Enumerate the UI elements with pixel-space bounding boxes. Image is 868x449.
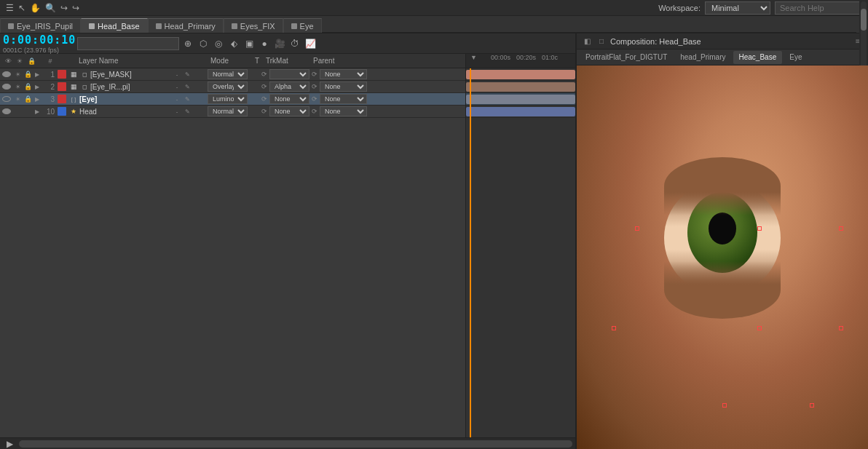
layer-vis-2[interactable] xyxy=(1,82,12,92)
layer-expand-2[interactable]: ▶ xyxy=(33,82,42,91)
workspace-select[interactable]: Minimal xyxy=(705,1,770,15)
timeline-tracks xyxy=(466,68,575,437)
layer-eye-3[interactable] xyxy=(2,96,11,102)
layer-solo-4[interactable] xyxy=(12,106,23,116)
composition-label: Composition: Head_Base xyxy=(610,37,701,46)
track-bar-4 xyxy=(466,106,575,118)
layer-keys-3: - xyxy=(173,95,181,103)
cycle-icon-1[interactable]: ⟳ xyxy=(259,69,269,79)
layers-panel: 👁 ☀ 🔒 # Layer Name Mode T TrkMat Parent xyxy=(0,54,575,437)
tab-dot xyxy=(291,23,297,29)
layer-vis-4[interactable] xyxy=(1,106,12,116)
cycle-icon-3[interactable]: ⟳ xyxy=(259,94,269,104)
layer-expand-4[interactable]: ▶ xyxy=(33,107,42,116)
tab-eye-iris-pupil[interactable]: Eye_IRIS_Pupil xyxy=(0,18,81,33)
search-input[interactable] xyxy=(775,1,862,15)
layer-eye-4[interactable] xyxy=(2,108,11,114)
right-panel: ◧ □ Composition: Head_Base ≡ PortraitFla… xyxy=(575,33,868,449)
mode-col-header: Mode xyxy=(208,57,251,65)
layer-vis-3[interactable] xyxy=(1,94,12,104)
parent-select-4[interactable]: None xyxy=(320,106,367,116)
pupil xyxy=(709,212,736,245)
parent-select-2[interactable]: None xyxy=(320,82,367,92)
layer-row-2[interactable]: ☀ 🔒 ▶ 2 ▦ ◻ [Eye_IR...pi] - ✎ xyxy=(0,81,465,93)
cycle-icon-3b[interactable]: ⟳ xyxy=(309,94,320,104)
mask-icon[interactable]: ⬖ xyxy=(227,37,240,50)
parent-select-3[interactable]: None xyxy=(320,94,367,104)
layer-eye-1[interactable] xyxy=(2,71,11,77)
viewport xyxy=(577,65,868,449)
camera-icon[interactable]: 🎥 xyxy=(273,37,286,50)
tab-eyes-fix[interactable]: Eyes_FIX xyxy=(224,18,283,33)
cycle-icon-1b[interactable]: ⟳ xyxy=(309,69,320,79)
shape-icon[interactable]: ▣ xyxy=(242,37,256,50)
menu-icon[interactable]: ☰ xyxy=(6,3,14,13)
h-scrollbar[interactable] xyxy=(19,440,572,448)
layer-solo-2[interactable]: ☀ xyxy=(12,82,23,92)
cycle-icon-4b[interactable]: ⟳ xyxy=(309,106,320,116)
add-marker-icon[interactable]: ⊕ xyxy=(181,37,194,50)
layer-row-4[interactable]: ▶ 10 ★ Head - ✎ Normal xyxy=(0,106,465,118)
graph-icon[interactable]: 📈 xyxy=(304,37,317,50)
panel-icon2[interactable]: □ xyxy=(596,36,607,47)
timeline-search[interactable] xyxy=(77,37,179,50)
solo-icon[interactable]: ◎ xyxy=(212,37,225,50)
layer-row-3[interactable]: ☀ 🔒 ▶ 3 [ ] [Eye] - ✎ Normal xyxy=(0,93,465,106)
layer-lock-3[interactable]: 🔒 xyxy=(23,95,32,103)
layer-lock-1[interactable]: 🔒 xyxy=(23,70,32,79)
layer-lock-2[interactable]: 🔒 xyxy=(23,82,32,91)
redo-icon: ↪ xyxy=(72,3,79,13)
trkmat-col-header: TrkMat xyxy=(263,57,310,65)
layer-expand-1[interactable]: ▶ xyxy=(33,70,42,79)
panel-tab-portrait[interactable]: PortraitFlat_For_DIGTUT xyxy=(580,51,673,64)
layer-name-4[interactable]: Head xyxy=(79,108,170,116)
panel-tab-heac-base[interactable]: Heac_Base xyxy=(733,51,783,64)
track-fill-1 xyxy=(466,70,575,79)
solo-col-icon: ☀ xyxy=(15,56,25,66)
layer-name-2[interactable]: [Eye_IR...pi] xyxy=(90,83,170,91)
layer-name-1[interactable]: [Eye_MASK] xyxy=(90,71,170,79)
tab-dot xyxy=(89,23,95,29)
layer-row[interactable]: ☀ 🔒 ▶ 1 ▦ ◻ [Eye_MASK] - ✎ xyxy=(0,68,465,81)
trkmat-select-3[interactable]: None xyxy=(269,94,309,104)
layer-expand-3[interactable]: ▶ xyxy=(33,95,42,103)
tab-head-base[interactable]: Head_Base xyxy=(81,18,148,33)
panel-corner-icon[interactable]: ◧ xyxy=(581,36,593,47)
lock-col-icon: 🔒 xyxy=(26,56,36,66)
mode-select-4[interactable]: Normal xyxy=(208,106,248,116)
play-icon[interactable]: ▶ xyxy=(3,437,16,450)
col-icons-header: 👁 ☀ 🔒 # Layer Name xyxy=(0,56,171,66)
cycle-icon-4[interactable]: ⟳ xyxy=(259,106,269,116)
panel-tab-head-primary[interactable]: head_Primary xyxy=(674,51,731,64)
trkmat-select-1[interactable]: Alpha xyxy=(269,69,309,79)
face-image xyxy=(577,65,868,449)
tab-eye[interactable]: Eye xyxy=(283,18,322,33)
panel-tabs-row: PortraitFlat_For_DIGTUT head_Primary Hea… xyxy=(577,49,868,65)
tabs-spacer xyxy=(322,32,856,33)
time-display[interactable]: 0:00:00:10 xyxy=(3,33,68,47)
parent-select-1[interactable]: None xyxy=(320,69,367,79)
cycle-icon-2[interactable]: ⟳ xyxy=(259,82,269,92)
mode-select-3[interactable]: Normal Overlay Luminosit xyxy=(208,94,248,104)
layer-icon-1b: ◻ xyxy=(79,70,90,79)
layer-keys-1: - xyxy=(173,70,181,79)
import-icon[interactable]: ⬡ xyxy=(197,37,210,50)
tab-head-primary[interactable]: Head_Primary xyxy=(148,18,224,33)
trkmat-select-2[interactable]: None Alpha xyxy=(269,82,309,92)
clock-icon[interactable]: ⏱ xyxy=(288,37,301,50)
mode-select-1[interactable]: Normal Overlay Luminosity xyxy=(208,69,248,79)
mode-select-2[interactable]: Normal Overlay xyxy=(208,82,248,92)
layer-eye-2[interactable] xyxy=(2,84,11,90)
layer-num-3: 3 xyxy=(42,95,57,103)
trkmat-select-4[interactable]: None xyxy=(269,106,309,116)
panel-tab-eye[interactable]: Eye xyxy=(784,51,808,64)
layer-left-3: ☀ 🔒 ▶ 3 [ ] [Eye] xyxy=(0,94,171,104)
paint-icon[interactable]: ● xyxy=(258,37,271,50)
layer-solo-3[interactable]: ☀ xyxy=(12,94,23,104)
cycle-icon-2b[interactable]: ⟳ xyxy=(309,82,320,92)
layer-solo-1[interactable]: ☀ xyxy=(12,69,23,79)
layer-lock-4[interactable] xyxy=(23,107,32,116)
layer-vis-1[interactable] xyxy=(1,69,12,79)
layer-name-3[interactable]: [Eye] xyxy=(79,95,170,103)
track-fill-3 xyxy=(466,95,575,104)
